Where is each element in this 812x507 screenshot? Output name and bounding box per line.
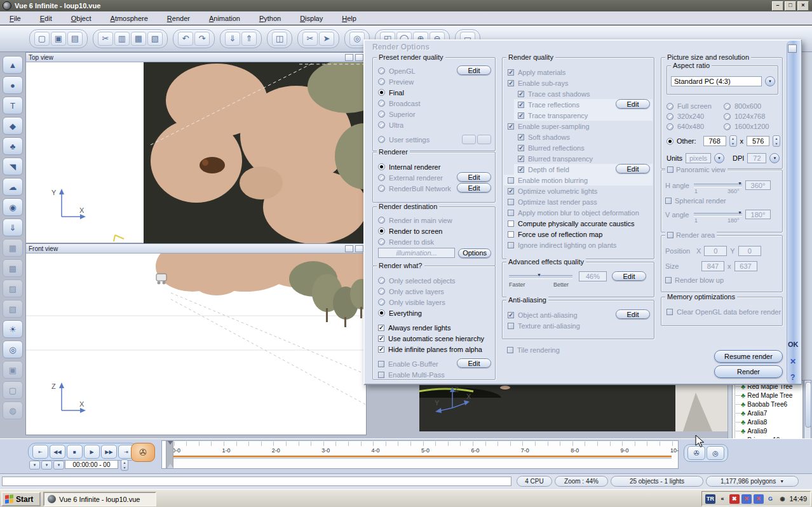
- stop-button[interactable]: ■: [67, 445, 83, 459]
- light-tool[interactable]: ☀: [3, 320, 23, 338]
- checkbox-texture-anti-aliasing[interactable]: [508, 323, 514, 329]
- menu-help[interactable]: Help: [332, 13, 366, 24]
- checkbox-hide-infinite-planes-from-alpha[interactable]: [378, 346, 384, 353]
- h-angle-slider[interactable]: ▼: [694, 184, 742, 187]
- checkbox-apply-motion-blur-to-object-deformation[interactable]: [508, 210, 514, 216]
- option-trace-transparency[interactable]: Trace transparency: [518, 110, 650, 121]
- option-trace-reflections[interactable]: Trace reflectionsEdit: [518, 99, 650, 110]
- copy-object-icon[interactable]: ▦: [131, 32, 146, 46]
- option-ultra[interactable]: Ultra: [378, 119, 491, 130]
- open-scene-icon[interactable]: ▣: [51, 32, 66, 46]
- new-scene-icon[interactable]: ▢: [34, 32, 50, 46]
- camera-sync-icon[interactable]: ◎: [349, 32, 365, 46]
- edit-button-object-anti-aliasing[interactable]: Edit: [616, 309, 650, 319]
- checkbox-enable-super-sampling[interactable]: [508, 123, 514, 130]
- rock-tool[interactable]: ◥: [3, 158, 23, 175]
- chevron-down-icon[interactable]: ▼: [780, 479, 784, 483]
- checkbox-tile-rendering[interactable]: [507, 347, 513, 353]
- edit-button-renderbull-network[interactable]: Edit: [457, 183, 491, 193]
- checkbox-render-blow-up[interactable]: [665, 277, 672, 283]
- option-800x600[interactable]: 800x600: [724, 101, 781, 111]
- option-user-settings[interactable]: User settings: [378, 134, 491, 145]
- maximize-icon[interactable]: □: [785, 1, 796, 11]
- display-tray-icon[interactable]: ◉: [778, 494, 788, 504]
- menu-animation[interactable]: Animation: [200, 13, 250, 24]
- option-clear-opengl-data-before-render[interactable]: Clear OpenGL data before render: [667, 306, 780, 317]
- option-compute-physically-accurate-caustics[interactable]: Compute physically accurate caustics: [508, 218, 650, 229]
- render-animation-button[interactable]: ✇: [131, 443, 155, 462]
- checkbox-trace-reflections[interactable]: [518, 102, 524, 108]
- checkbox-soft-shadows[interactable]: [518, 134, 524, 140]
- menu-display[interactable]: Display: [290, 13, 332, 24]
- option-soft-shadows[interactable]: Soft shadows: [518, 132, 650, 142]
- user-settings-mini-button-1[interactable]: [462, 135, 476, 144]
- checkbox-optimize-last-render-pass[interactable]: [508, 199, 514, 205]
- tray-collapse[interactable]: «: [717, 494, 727, 504]
- dialog-close-button[interactable]: [788, 44, 797, 53]
- radio-render-to-screen[interactable]: [378, 227, 385, 234]
- option-broadcast[interactable]: Broadcast: [378, 98, 491, 109]
- list-item-aralia7[interactable]: ♣Aralia7: [733, 409, 802, 417]
- spherical-render-row[interactable]: Spherical render: [665, 197, 726, 205]
- position-y-field[interactable]: 0: [738, 246, 761, 256]
- material-editor-tool[interactable]: ▩: [3, 259, 23, 277]
- option-render-to-screen[interactable]: Render to screen: [378, 226, 491, 236]
- dpi-value[interactable]: 72: [747, 153, 766, 163]
- timeline-filter-3-icon[interactable]: ▾: [53, 461, 64, 470]
- option-enable-super-sampling[interactable]: Enable super-sampling: [508, 121, 650, 132]
- effects-quality-value[interactable]: 46%: [579, 271, 607, 281]
- menu-atmosphere[interactable]: Atmosphere: [101, 13, 158, 24]
- checkbox-always-render-lights[interactable]: [378, 325, 384, 331]
- render-button[interactable]: Render: [714, 365, 783, 378]
- option-only-selected-objects[interactable]: Only selected objects: [378, 275, 491, 286]
- list-item-baobab-tree6[interactable]: ♣Baobab Tree6: [733, 400, 802, 409]
- ok-button[interactable]: OK: [788, 341, 799, 348]
- option-blurred-transparency[interactable]: Blurred transparency: [518, 153, 650, 164]
- checkbox-enable-motion-blurring[interactable]: [508, 177, 514, 184]
- undo-icon[interactable]: ↶: [178, 32, 193, 46]
- checkbox-clear-opengl-data-before-render[interactable]: [667, 309, 673, 315]
- radio-broadcast[interactable]: [378, 100, 385, 107]
- close-icon[interactable]: ×: [797, 1, 809, 11]
- option-internal-renderer[interactable]: Internal renderer: [378, 161, 491, 172]
- ungroup-tool[interactable]: ▢: [3, 381, 23, 399]
- load-object-icon[interactable]: ⇓: [225, 32, 240, 46]
- radio-renderbull-network[interactable]: [378, 185, 385, 192]
- radio-full-screen[interactable]: [667, 103, 673, 110]
- option-final[interactable]: Final: [378, 87, 491, 98]
- timeline-filter-1-icon[interactable]: ▾: [29, 461, 40, 470]
- option-object-anti-aliasing[interactable]: Object anti-aliasingEdit: [508, 309, 650, 320]
- planet-tool[interactable]: ◉: [3, 198, 23, 216]
- checkbox-apply-materials[interactable]: [508, 69, 514, 76]
- boolean-tool[interactable]: ◍: [3, 402, 23, 419]
- option-blurred-reflections[interactable]: Blurred reflections: [518, 142, 650, 153]
- plane-tool[interactable]: ◆: [3, 117, 23, 135]
- option-optimize-last-render-pass[interactable]: Optimize last render pass: [508, 196, 650, 207]
- checkbox-ignore-indirect-lighting-on-plants[interactable]: [508, 242, 514, 248]
- units-value[interactable]: pixels: [686, 153, 711, 163]
- option-enable-multi-pass[interactable]: Enable Multi-Pass: [378, 369, 491, 380]
- messenger-tray-icon[interactable]: G: [766, 494, 776, 504]
- edit-button-depth-of-field[interactable]: Edit: [616, 164, 650, 173]
- radio-only-selected-objects[interactable]: [378, 277, 385, 284]
- paste-icon[interactable]: ▧: [147, 32, 163, 46]
- list-item-red-maple-tree[interactable]: ♣Red Maple Tree: [733, 391, 802, 400]
- radio-internal-renderer[interactable]: [378, 163, 385, 170]
- radio-external-renderer[interactable]: [378, 174, 385, 181]
- checkbox-spherical-render[interactable]: [665, 198, 672, 204]
- radio-ultra[interactable]: [378, 121, 385, 128]
- timecode-field[interactable]: 00:00:00 - 00: [65, 460, 118, 469]
- slider-thumb-icon[interactable]: ▼: [537, 273, 541, 277]
- list-item-aralia8[interactable]: ♣Aralia8: [733, 417, 802, 426]
- v-angle-slider[interactable]: ▼: [694, 213, 742, 217]
- checkbox-panoramic-view[interactable]: [667, 166, 673, 173]
- taskbar-task-button[interactable]: Vue 6 Infinite - loup10.vue: [43, 492, 156, 506]
- language-indicator[interactable]: TR: [705, 494, 715, 504]
- option-640x480[interactable]: 640x480: [667, 121, 724, 132]
- render-blow-up-row[interactable]: Render blow up: [665, 276, 724, 284]
- redo-icon[interactable]: ↷: [194, 32, 210, 46]
- option-hide-infinite-planes-from-alpha[interactable]: Hide infinite planes from alpha: [378, 344, 491, 355]
- radio-preview[interactable]: [378, 78, 385, 85]
- chevron-down-icon[interactable]: [714, 153, 724, 163]
- option-external-renderer[interactable]: External rendererEdit: [378, 172, 491, 183]
